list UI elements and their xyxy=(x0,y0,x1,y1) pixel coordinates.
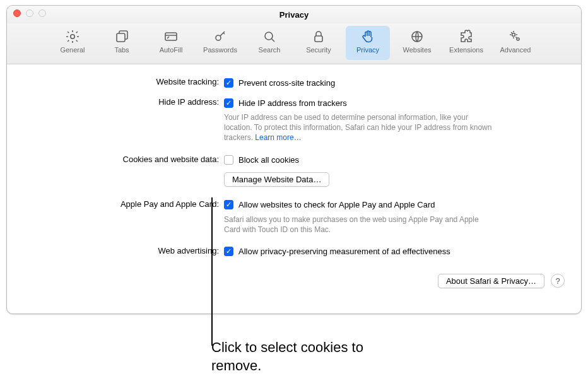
tab-websites[interactable]: Websites xyxy=(395,26,439,60)
callout-text: Click to select cookies to remove. xyxy=(211,339,401,375)
about-safari-privacy-button[interactable]: About Safari & Privacy… xyxy=(438,274,544,288)
content-area: Website tracking: ✓ Prevent cross-site t… xyxy=(7,64,581,288)
callout-line xyxy=(211,197,213,346)
checkmark-icon: ✓ xyxy=(224,98,233,108)
traffic-lights xyxy=(13,9,46,17)
checkbox-label: Allow websites to check for Apple Pay an… xyxy=(238,200,435,209)
svg-rect-5 xyxy=(315,36,322,42)
svg-rect-2 xyxy=(165,33,177,40)
svg-rect-1 xyxy=(117,33,125,42)
svg-point-4 xyxy=(265,32,273,40)
close-button[interactable] xyxy=(13,9,21,17)
preferences-window: Privacy General Tabs AutoFill Passwords … xyxy=(6,5,582,314)
gears-icon xyxy=(507,28,524,45)
applepay-checkbox[interactable]: ✓ Allow websites to check for Apple Pay … xyxy=(224,198,566,212)
globe-icon xyxy=(409,28,425,45)
website-tracking-label: Website tracking: xyxy=(22,76,224,86)
applepay-label: Apple Pay and Apple Card: xyxy=(22,198,224,209)
lock-icon xyxy=(310,28,327,45)
checkbox-label: Block all cookies xyxy=(238,155,299,165)
tab-extensions[interactable]: Extensions xyxy=(444,26,488,60)
cookies-label: Cookies and website data: xyxy=(22,153,224,164)
maximize-button[interactable] xyxy=(38,9,46,17)
tab-security[interactable]: Security xyxy=(297,26,341,60)
svg-point-7 xyxy=(512,33,515,37)
applepay-helper: Safari allows you to make purchases on t… xyxy=(224,214,495,235)
svg-point-0 xyxy=(71,35,74,38)
help-button[interactable]: ? xyxy=(551,274,565,288)
tab-passwords[interactable]: Passwords xyxy=(198,26,242,60)
hand-icon xyxy=(360,28,376,45)
tab-privacy[interactable]: Privacy xyxy=(346,26,390,60)
puzzle-icon xyxy=(458,28,474,45)
checkmark-icon: ✓ xyxy=(224,200,233,209)
checkbox-label: Allow privacy-preserving measurement of … xyxy=(238,247,450,256)
checkbox-label: Prevent cross-site tracking xyxy=(238,78,335,88)
tab-general[interactable]: General xyxy=(50,26,95,60)
tabs-icon xyxy=(114,28,130,45)
checkmark-icon: ✓ xyxy=(224,247,233,256)
pencil-icon xyxy=(163,28,179,45)
checkbox-label: Hide IP address from trackers xyxy=(238,98,347,108)
tab-advanced[interactable]: Advanced xyxy=(493,26,538,60)
toolbar: General Tabs AutoFill Passwords Search S… xyxy=(7,23,581,64)
svg-point-8 xyxy=(517,38,519,40)
hide-ip-helper: Your IP address can be used to determine… xyxy=(224,112,495,143)
tab-search[interactable]: Search xyxy=(247,26,291,60)
svg-point-3 xyxy=(216,35,221,40)
hide-ip-checkbox[interactable]: ✓ Hide IP address from trackers xyxy=(224,96,566,110)
titlebar: Privacy xyxy=(7,6,581,23)
block-all-cookies-checkbox[interactable]: Block all cookies xyxy=(224,153,566,167)
webad-checkbox[interactable]: ✓ Allow privacy-preserving measurement o… xyxy=(224,245,566,259)
gear-icon xyxy=(64,28,81,45)
tab-tabs[interactable]: Tabs xyxy=(100,26,144,60)
manage-website-data-button[interactable]: Manage Website Data… xyxy=(224,172,329,187)
checkbox-empty-icon xyxy=(224,155,233,165)
search-icon xyxy=(261,28,278,45)
webad-label: Web advertising: xyxy=(22,245,224,255)
tab-autofill[interactable]: AutoFill xyxy=(149,26,193,60)
window-title: Privacy xyxy=(279,10,309,20)
learn-more-link[interactable]: Learn more… xyxy=(255,133,301,142)
minimize-button[interactable] xyxy=(26,9,33,17)
key-icon xyxy=(212,28,228,45)
hide-ip-label: Hide IP address: xyxy=(22,96,224,107)
prevent-cross-site-tracking-checkbox[interactable]: ✓ Prevent cross-site tracking xyxy=(224,76,566,90)
checkmark-icon: ✓ xyxy=(224,78,233,88)
